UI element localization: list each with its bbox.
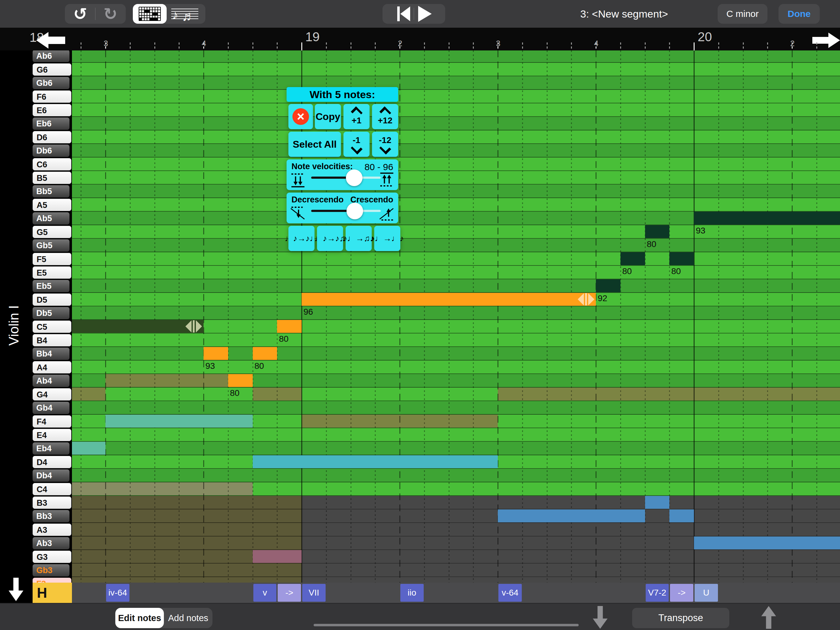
row-background[interactable] bbox=[72, 306, 840, 320]
key-label-C5[interactable]: C5 bbox=[33, 321, 71, 333]
key-label-A5[interactable]: A5 bbox=[33, 199, 71, 211]
row-background[interactable] bbox=[72, 171, 840, 185]
rhythm-swap-button-2[interactable]: ♩♪→♪♫ bbox=[317, 226, 343, 251]
chord-iv-64[interactable]: iv-64 bbox=[106, 584, 129, 602]
row-background-low-left[interactable] bbox=[72, 577, 302, 583]
key-label-Eb4[interactable]: Eb4 bbox=[33, 442, 69, 455]
row-background-low-left[interactable] bbox=[72, 537, 302, 550]
key-label-G6[interactable]: G6 bbox=[33, 63, 71, 76]
chord-->[interactable]: -> bbox=[278, 584, 301, 602]
dynamics-slider-thumb[interactable] bbox=[346, 203, 363, 219]
note-Ab5[interactable] bbox=[694, 212, 840, 225]
chord-U[interactable]: U bbox=[695, 584, 718, 602]
key-label-G5[interactable]: G5 bbox=[33, 226, 71, 238]
row-background[interactable] bbox=[72, 90, 840, 103]
row-background[interactable] bbox=[72, 334, 840, 347]
key-label-D4[interactable]: D4 bbox=[33, 456, 71, 468]
rhythm-swap-button-1[interactable]: ♩♪→♪♩ bbox=[288, 226, 314, 251]
select-all-button[interactable]: Select All bbox=[288, 131, 341, 157]
row-background[interactable] bbox=[72, 117, 840, 130]
note-D4[interactable] bbox=[253, 455, 498, 468]
row-background[interactable] bbox=[72, 225, 840, 239]
tab-edit-notes[interactable]: Edit notes bbox=[115, 608, 164, 628]
key-label-Bb5[interactable]: Bb5 bbox=[33, 185, 69, 198]
note-grid[interactable]: Ab6G6Gb6F6E6Eb6D6Db6C6B5Bb5A5Ab5G5Gb5F5E… bbox=[33, 51, 840, 583]
score-view-button[interactable]: ♪ ♬ bbox=[164, 4, 205, 24]
row-background[interactable] bbox=[72, 401, 840, 415]
chord-v-64[interactable]: v-64 bbox=[498, 584, 522, 602]
key-label-F5[interactable]: F5 bbox=[33, 253, 71, 265]
key-label-C4[interactable]: C4 bbox=[33, 483, 71, 495]
row-background[interactable] bbox=[72, 279, 840, 293]
key-label-Eb6[interactable]: Eb6 bbox=[33, 117, 69, 130]
decrescendo-icon[interactable] bbox=[290, 205, 306, 222]
note-Bb4-selected[interactable] bbox=[253, 347, 277, 360]
play-icon[interactable] bbox=[414, 6, 434, 22]
undo-icon[interactable]: ↺ bbox=[65, 4, 95, 24]
key-label-Ab3[interactable]: Ab3 bbox=[33, 537, 69, 549]
chord-V7-2[interactable]: V7-2 bbox=[646, 584, 669, 602]
key-label-G4[interactable]: G4 bbox=[33, 388, 71, 400]
key-button[interactable]: C minor bbox=[718, 4, 767, 24]
note-B3[interactable] bbox=[645, 496, 669, 509]
row-background-low-left[interactable] bbox=[72, 523, 302, 537]
key-label-B5[interactable]: B5 bbox=[33, 172, 71, 184]
chord-VII[interactable]: VII bbox=[302, 584, 325, 602]
done-button[interactable]: Done bbox=[778, 4, 820, 24]
chord-track[interactable]: iv-64v->VIIiiov-64V7-2->U bbox=[72, 583, 840, 603]
copy-button[interactable]: Copy bbox=[315, 104, 341, 129]
rewind-to-start-icon[interactable] bbox=[393, 6, 414, 22]
transpose-down-12-button[interactable]: -12 bbox=[372, 131, 398, 157]
key-label-C6[interactable]: C6 bbox=[33, 158, 71, 171]
crescendo-icon[interactable] bbox=[379, 205, 395, 222]
note-resize-handle[interactable] bbox=[578, 293, 594, 306]
row-background[interactable] bbox=[72, 361, 840, 374]
key-label-A3[interactable]: A3 bbox=[33, 524, 71, 536]
key-label-Db4[interactable]: Db4 bbox=[33, 469, 69, 482]
row-background[interactable] bbox=[72, 144, 840, 157]
key-label-Gb4[interactable]: Gb4 bbox=[33, 402, 69, 414]
chord-iio[interactable]: iio bbox=[400, 584, 424, 602]
row-background-low-left[interactable] bbox=[72, 564, 302, 577]
rhythm-swap-button-3[interactable]: ♪♩→♫♪ bbox=[346, 226, 372, 251]
velocity-max-icon[interactable] bbox=[379, 172, 395, 188]
note-Ab3[interactable] bbox=[694, 537, 840, 549]
key-label-G3[interactable]: G3 bbox=[33, 551, 71, 563]
key-label-F4[interactable]: F4 bbox=[33, 415, 71, 427]
note-F4[interactable] bbox=[106, 415, 253, 427]
velocity-slider-thumb[interactable] bbox=[346, 169, 363, 186]
key-label-Db5[interactable]: Db5 bbox=[33, 307, 69, 319]
row-background[interactable] bbox=[72, 51, 840, 63]
key-label-Bb4[interactable]: Bb4 bbox=[33, 348, 69, 360]
key-label-D6[interactable]: D6 bbox=[33, 131, 71, 143]
row-background[interactable] bbox=[72, 442, 840, 455]
row-background[interactable] bbox=[72, 157, 840, 171]
note-G3[interactable] bbox=[253, 550, 302, 563]
piano-roll-view-button[interactable] bbox=[133, 4, 167, 24]
note-Bb3[interactable] bbox=[498, 510, 645, 522]
note-F5[interactable] bbox=[621, 252, 645, 265]
row-background[interactable] bbox=[72, 130, 840, 144]
octave-up-arrow-icon[interactable] bbox=[761, 606, 776, 629]
key-label-B4[interactable]: B4 bbox=[33, 334, 71, 347]
key-label-Gb5[interactable]: Gb5 bbox=[33, 239, 69, 252]
key-label-Ab4[interactable]: Ab4 bbox=[33, 375, 69, 387]
note-C5-selected[interactable] bbox=[277, 320, 302, 333]
note-C5[interactable] bbox=[72, 320, 204, 333]
key-label-E4[interactable]: E4 bbox=[33, 429, 71, 441]
transpose-up-12-button[interactable]: +12 bbox=[372, 104, 398, 129]
delete-notes-button[interactable]: × bbox=[288, 104, 313, 129]
row-background[interactable] bbox=[72, 469, 840, 482]
harmony-row-label[interactable]: H bbox=[33, 583, 72, 603]
note-Eb5[interactable] bbox=[596, 279, 621, 292]
note-Bb4-selected[interactable] bbox=[204, 347, 228, 360]
horizontal-scrollbar[interactable] bbox=[314, 624, 579, 626]
key-label-Bb3[interactable]: Bb3 bbox=[33, 510, 69, 522]
row-background[interactable] bbox=[72, 185, 840, 198]
key-label-F6[interactable]: F6 bbox=[33, 90, 71, 103]
key-label-Ab5[interactable]: Ab5 bbox=[33, 212, 69, 225]
note-Bb3[interactable] bbox=[669, 510, 694, 522]
key-label-F3[interactable]: F3 bbox=[33, 578, 71, 583]
note-F5[interactable] bbox=[669, 252, 694, 265]
note-D5-selected[interactable] bbox=[302, 293, 596, 306]
